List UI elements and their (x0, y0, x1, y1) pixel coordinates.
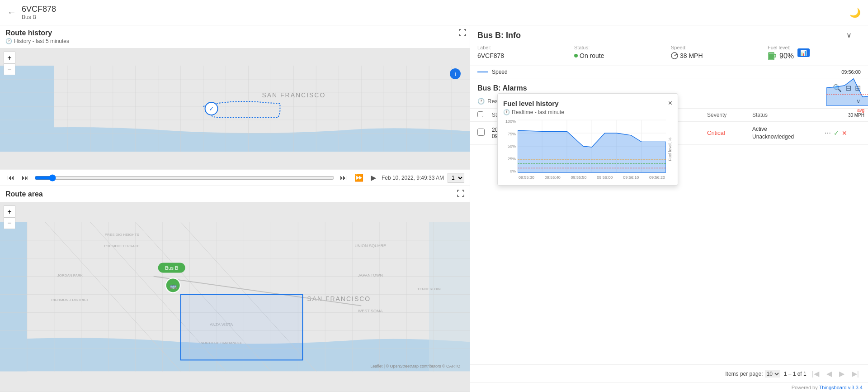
app-header: ← 6VCF878 Bus B 🌙 (0, 0, 868, 25)
svg-text:✓: ✓ (209, 105, 214, 112)
fuel-chart-button[interactable]: 📊 (797, 48, 810, 57)
svg-text:i: i (454, 71, 456, 77)
playback-skip-back[interactable]: ⏮ (5, 173, 16, 183)
items-per-page-select[interactable]: 102550 (765, 370, 780, 378)
svg-text:WEST SOMA: WEST SOMA (358, 309, 383, 313)
playback-speed-select[interactable]: 125 (448, 173, 464, 183)
speed-legend-label: Speed (492, 69, 508, 75)
fuel-popup-close-button[interactable]: × (668, 99, 672, 107)
info-chevron-button[interactable]: ∨ (846, 31, 852, 39)
route-area-map-svg: PRESIDIO TERRACE PRESIDIO HEIGHTS JORDAN… (0, 202, 470, 392)
route-history-zoom-controls: + − (4, 52, 15, 75)
status-heading: Status: (574, 45, 667, 50)
playback-step-forward[interactable]: ⏭ (338, 173, 349, 183)
route-history-expand-button[interactable] (459, 29, 466, 38)
speed-chart-mini-svg (826, 70, 868, 106)
svg-text:Leaflet | © OpenStreetMap cont: Leaflet | © OpenStreetMap contributors ©… (370, 364, 460, 368)
playback-controls: ⏮ ⏭ ⏭ ⏩ ▶ Feb 10, 2022, 9:49:33 AM 125 (0, 169, 470, 186)
route-history-title-group: Route history 🕐 History - last 5 minutes (5, 29, 69, 44)
status-dot-icon (574, 54, 578, 57)
route-history-map: ✓ SAN FRANCISCO i + − (0, 48, 470, 169)
items-per-page: Items per page: 102550 (725, 370, 780, 378)
fuel-value: 90% (779, 52, 794, 60)
fuel-history-popup: Fuel level history × 🕐 Realtime - last m… (497, 93, 678, 186)
pagination-prev-button[interactable]: ◀ (825, 368, 834, 379)
svg-text:SAN FRANCISCO: SAN FRANCISCO (307, 295, 371, 302)
route-area-title: Route area (5, 190, 43, 198)
bus-info-grid: Label: 6VCF878 Status: On route Speed: (477, 45, 861, 60)
speed-heading: Speed: (671, 45, 764, 50)
svg-text:JORDAN PARK: JORDAN PARK (57, 273, 83, 277)
playback-step-back[interactable]: ⏭ (20, 173, 31, 183)
right-panel: Bus B: Info Label: 6VCF878 Status: On ro… (470, 25, 868, 392)
svg-text:Bus B: Bus B (165, 265, 178, 271)
label-value: 6VCF878 (477, 52, 571, 59)
row-status: ActiveUnacknowledged (752, 125, 825, 141)
back-button[interactable]: ← (7, 7, 16, 18)
route-area-expand-button[interactable] (457, 190, 464, 198)
route-area-section: Route area (0, 186, 470, 392)
header-title-group: 6VCF878 Bus B (22, 5, 56, 21)
route-history-header: Route history 🕐 History - last 5 minutes (0, 25, 470, 48)
speed-legend-line (477, 72, 488, 72)
header-left: ← 6VCF878 Bus B (7, 5, 56, 21)
row-checkbox[interactable] (477, 129, 485, 136)
pagination-first-button[interactable]: |◀ (810, 368, 821, 379)
svg-rect-81 (774, 54, 776, 57)
fuel-heading: Fuel level: (768, 45, 794, 50)
route-area-header: Route area (0, 186, 470, 202)
status-value: On route (574, 52, 667, 59)
svg-text:SAN FRANCISCO: SAN FRANCISCO (262, 91, 326, 99)
route-area-zoom-controls: + − (4, 206, 15, 229)
speed-chart-preview: avg 30 MPH (823, 66, 868, 121)
route-history-title: Route history (5, 29, 69, 37)
route-area-zoom-out[interactable]: − (4, 217, 15, 229)
route-history-subtitle: 🕐 History - last 5 minutes (5, 38, 69, 44)
bus-info-title: Bus B: Info (477, 31, 861, 40)
svg-text:PRESIDIO TERRACE: PRESIDIO TERRACE (104, 244, 140, 248)
pagination-next-button[interactable]: ▶ (837, 368, 846, 379)
playback-fast-forward[interactable]: ⏩ (353, 172, 365, 183)
svg-text:JAPANTOWN: JAPANTOWN (358, 273, 383, 277)
row-actions-cell: ⋯ ✓ ✕ (825, 129, 861, 137)
thingsboard-link[interactable]: Thingsboard v.3.3.4 (819, 385, 863, 390)
svg-rect-2 (0, 66, 54, 152)
playback-play[interactable]: ▶ (369, 172, 378, 183)
page-title: 6VCF878 (22, 5, 56, 14)
main-layout: Route history 🕐 History - last 5 minutes (0, 25, 868, 392)
fuel-bar-container: 90% (768, 52, 794, 60)
col-checkbox (477, 111, 492, 119)
avg-label: avg (826, 108, 864, 113)
fuel-chart-svg-container: 09:55:30 09:55:40 09:55:50 09:56:00 09:5… (518, 119, 666, 180)
route-area-map: PRESIDIO TERRACE PRESIDIO HEIGHTS JORDAN… (0, 202, 470, 392)
pagination-info: 1 – 1 of 1 (784, 371, 807, 377)
y-axis-labels: 100% 75% 50% 25% 0% (503, 119, 518, 173)
playback-timestamp: Feb 10, 2022, 9:49:33 AM (382, 175, 444, 181)
clock-icon-alarms: 🕐 (477, 98, 485, 105)
pagination-last-button[interactable]: ▶| (850, 368, 861, 379)
alarm-clear-button[interactable]: ✕ (842, 129, 847, 137)
route-area-zoom-in[interactable]: + (4, 206, 15, 217)
alarms-pagination: Items per page: 102550 1 – 1 of 1 |◀ ◀ ▶… (470, 364, 868, 382)
svg-text:TENDERLOIN: TENDERLOIN (417, 287, 441, 291)
svg-rect-32 (0, 222, 27, 372)
svg-text:RICHMOND DISTRICT: RICHMOND DISTRICT (51, 298, 89, 302)
speed-value: 38 MPH (671, 52, 764, 59)
select-all-checkbox[interactable] (477, 111, 483, 117)
alarm-acknowledge-button[interactable]: ✓ (834, 129, 839, 137)
row-severity: Critical (707, 129, 752, 136)
clock-icon-fuel: 🕐 (503, 109, 510, 115)
clock-icon-history: 🕐 (5, 38, 12, 44)
speed-icon (671, 52, 678, 59)
svg-rect-80 (769, 53, 774, 59)
page-subtitle: Bus B (22, 14, 56, 20)
label-heading: Label: (477, 45, 571, 50)
dark-mode-button[interactable]: 🌙 (849, 7, 861, 18)
powered-by: Powered by Thingsboard v.3.3.4 (470, 382, 868, 392)
route-history-zoom-in[interactable]: + (4, 52, 15, 63)
alarm-more-button[interactable]: ⋯ (825, 129, 831, 137)
playback-slider[interactable] (34, 174, 335, 182)
fuel-popup-subtitle: 🕐 Realtime - last minute (503, 109, 672, 115)
route-history-zoom-out[interactable]: − (4, 63, 15, 75)
col-severity: Severity (707, 112, 752, 118)
